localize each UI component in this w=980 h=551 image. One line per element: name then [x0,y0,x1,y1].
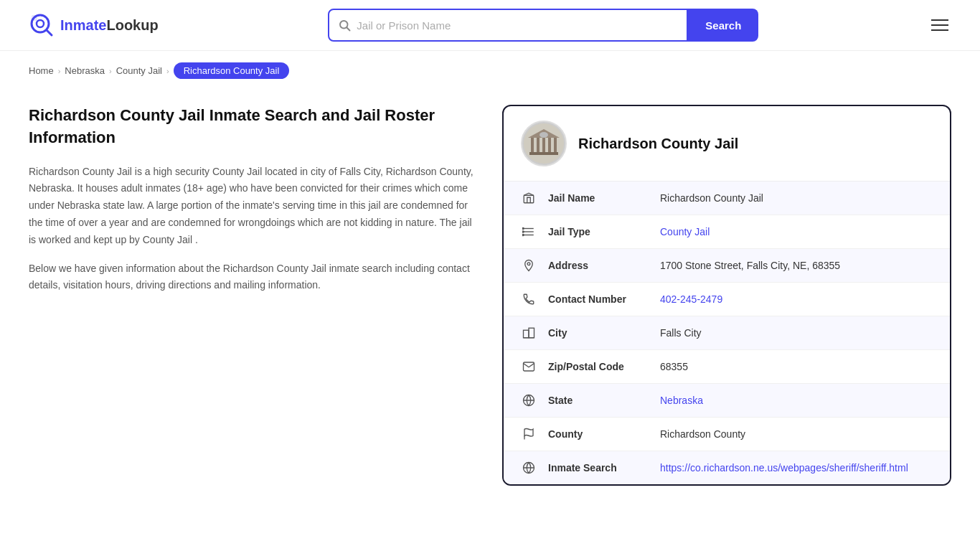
building-icon [521,192,537,204]
svg-point-4 [340,21,348,29]
flag-icon [521,428,537,441]
site-header: InmateInmateLookup Search [0,0,980,51]
search-input[interactable] [357,19,678,32]
svg-rect-9 [542,138,545,154]
row-link[interactable]: 402-245-2479 [660,293,722,305]
svg-line-2 [47,30,52,35]
row-value: 1700 Stone Street, Falls City, NE, 68355 [660,260,933,271]
search-icon [338,19,351,32]
table-row: Address1700 Stone Street, Falls City, NE… [504,249,950,283]
svg-rect-12 [529,152,558,155]
search-globe-icon [521,461,537,474]
svg-rect-15 [524,195,534,203]
chevron-icon-1: › [58,67,61,75]
description-paragraph-1: Richardson County Jail is a high securit… [29,164,473,249]
table-row: Contact Number402-245-2479 [504,283,950,316]
row-value[interactable]: 402-245-2479 [660,293,933,305]
row-label: Jail Name [548,192,649,204]
table-row: Inmate Searchhttps://co.richardson.ne.us… [504,451,950,484]
chevron-icon-3: › [166,67,169,75]
row-value: Richardson County Jail [660,192,933,204]
card-header: Richardson County Jail [504,106,950,182]
svg-point-19 [522,227,524,229]
search-button[interactable]: Search [688,9,758,42]
table-row: Jail NameRichardson County Jail [504,182,950,215]
row-label: Inmate Search [548,462,649,474]
description-paragraph-2: Below we have given information about th… [29,260,473,295]
row-label: Jail Type [548,226,649,237]
logo[interactable]: InmateInmateLookup [29,12,159,38]
row-value[interactable]: Nebraska [660,395,933,406]
table-row: StateNebraska [504,384,950,418]
row-label: Address [548,260,649,271]
svg-line-5 [347,28,350,31]
hamburger-line-3 [931,29,948,31]
main-content: Richardson County Jail Inmate Search and… [0,90,980,514]
svg-point-21 [522,234,524,235]
list-icon [521,225,537,238]
svg-rect-10 [548,138,551,154]
breadcrumb-county-jail[interactable]: County Jail [116,65,162,76]
svg-rect-7 [531,138,534,154]
row-value[interactable]: https://co.richardson.ne.us/webpages/she… [660,462,933,474]
info-rows: Jail NameRichardson County JailJail Type… [504,182,950,484]
svg-point-22 [527,263,530,265]
left-column: Richardson County Jail Inmate Search and… [29,105,473,306]
svg-point-1 [37,20,44,27]
svg-rect-23 [524,330,529,338]
row-label: State [548,395,649,406]
globe-icon [521,394,537,407]
row-value: 68355 [660,361,933,372]
card-title: Richardson County Jail [578,136,738,152]
table-row: Zip/Postal Code68355 [504,350,950,384]
right-column: Richardson County Jail Jail NameRichards… [502,105,951,486]
table-row: CityFalls City [504,316,950,350]
breadcrumb-home[interactable]: Home [29,65,54,76]
row-label: Contact Number [548,293,649,305]
svg-rect-3 [32,15,37,21]
row-label: City [548,327,649,339]
row-value: Falls City [660,327,933,339]
phone-icon [521,293,537,306]
row-label: Zip/Postal Code [548,361,649,372]
breadcrumb-current: Richardson County Jail [174,62,290,79]
jail-avatar [521,121,567,166]
city-icon [521,326,537,339]
location-icon [521,259,537,272]
jail-building-image [524,123,564,164]
jail-info-card: Richardson County Jail Jail NameRichards… [502,105,951,486]
svg-rect-24 [529,328,534,338]
row-link[interactable]: Nebraska [660,395,703,406]
row-link[interactable]: https://co.richardson.ne.us/webpages/she… [660,462,908,474]
row-value[interactable]: County Jail [660,226,933,237]
search-wrapper [328,9,688,42]
search-area: Search [328,9,758,42]
table-row: CountyRichardson County [504,418,950,451]
logo-text: InmateInmateLookup [60,17,159,34]
svg-point-20 [522,231,524,232]
row-value: Richardson County [660,428,933,440]
chevron-icon-2: › [109,67,112,75]
row-label: County [548,428,649,440]
page-heading: Richardson County Jail Inmate Search and… [29,105,473,149]
breadcrumb-nebraska[interactable]: Nebraska [65,65,105,76]
logo-icon [29,12,55,38]
hamburger-line-1 [931,19,948,21]
row-link[interactable]: County Jail [660,226,710,237]
svg-rect-8 [537,138,540,154]
hamburger-menu[interactable] [928,17,951,34]
hamburger-line-2 [931,24,948,26]
breadcrumb: Home › Nebraska › County Jail › Richards… [0,51,980,90]
table-row: Jail TypeCounty Jail [504,215,950,249]
svg-rect-11 [554,138,557,154]
mail-icon [521,360,537,373]
svg-point-14 [540,132,548,138]
